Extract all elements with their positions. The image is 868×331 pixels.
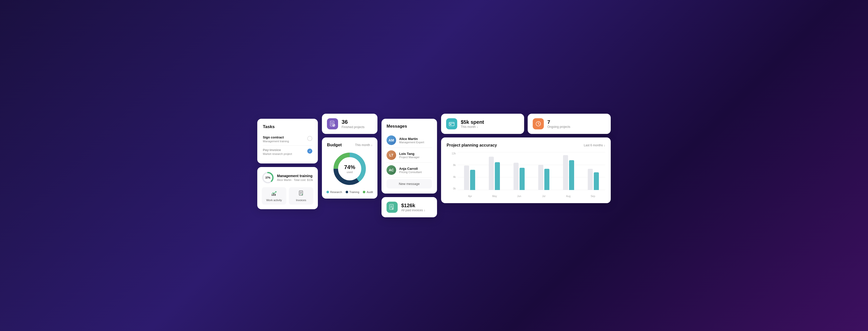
tasks-title: Tasks xyxy=(263,124,312,129)
new-message-button[interactable]: New message xyxy=(386,179,432,188)
message-item-lois: LT Lois Tang Project Manager xyxy=(386,148,432,163)
svg-text:$: $ xyxy=(392,207,393,210)
budget-header: Budget This month ↓ xyxy=(327,143,372,148)
invoices-button[interactable]: $ Invoices xyxy=(289,187,313,205)
mgmt-buttons: Work activity $ Invoices xyxy=(262,187,313,205)
progress-ring: 37% xyxy=(262,172,274,184)
col4: $5k spent This month ↓ 7 Ongoing project… xyxy=(441,114,611,203)
svg-point-15 xyxy=(333,124,335,127)
msg-name-alice: Alice Martin xyxy=(399,137,424,141)
bar-gray-aug xyxy=(563,155,568,190)
messages-title: Messages xyxy=(386,124,432,129)
col1: Tasks Sign contract Management training … xyxy=(257,119,318,209)
x-labels: Apr May Jun Jul Aug Sep xyxy=(458,195,605,198)
stat-label-budget[interactable]: This month ↓ xyxy=(461,125,484,129)
chart-title: Project planning accuracy xyxy=(446,143,497,148)
legend-dot-training xyxy=(346,191,348,193)
invoices-card: $ $126k All paid invoices ↓ xyxy=(381,197,437,217)
bars-container xyxy=(458,152,605,190)
y-label-0k: 0k xyxy=(446,187,456,190)
message-item-alice: AM Alice Martin Management Expert xyxy=(386,133,432,148)
avatar-anja: AC xyxy=(386,165,396,175)
finished-icon xyxy=(327,118,338,129)
dashboard: Tasks Sign contract Management training … xyxy=(257,114,611,217)
message-item-anja: AC Anja Carroll Pricing Consultant xyxy=(386,163,432,178)
stat-icon-teal xyxy=(446,118,457,129)
tasks-card: Tasks Sign contract Management training … xyxy=(257,119,318,163)
x-label-apr: Apr xyxy=(458,195,482,198)
msg-name-lois: Lois Tang xyxy=(399,152,420,156)
svg-text:$: $ xyxy=(302,193,303,195)
invoices-paid-icon: $ xyxy=(386,202,398,213)
task-item-1: Sign contract Management training xyxy=(263,133,312,146)
budget-period[interactable]: This month ↓ xyxy=(355,143,372,147)
finished-number: 36 xyxy=(342,119,365,125)
task-sub-1: Management training xyxy=(263,140,289,143)
svg-rect-3 xyxy=(272,194,273,196)
x-label-may: May xyxy=(482,195,507,198)
msg-name-anja: Anja Carroll xyxy=(399,167,422,171)
chart-area: 12k 8k 4k 0k xyxy=(446,152,605,198)
bar-group-aug xyxy=(557,155,581,190)
legend-dot-research xyxy=(327,191,329,193)
chart-period[interactable]: Last 6 months ↓ xyxy=(584,144,605,147)
invoices-icon: $ xyxy=(291,190,311,198)
management-card: 37% Management training Alice Martin · T… xyxy=(257,167,318,209)
avatar-lois: LT xyxy=(386,150,396,160)
legend-audit: Audit xyxy=(363,190,373,193)
bar-group-may xyxy=(483,157,506,190)
work-activity-icon xyxy=(264,190,284,198)
y-label-8k: 8k xyxy=(446,164,456,167)
budget-card: Budget This month ↓ 74% used xyxy=(322,138,377,199)
task-check-1[interactable] xyxy=(307,136,312,141)
work-activity-label: Work activity xyxy=(264,199,284,202)
bar-group-sep xyxy=(582,169,605,190)
bar-gray-jun xyxy=(514,163,519,190)
bar-group-jul xyxy=(532,165,556,190)
bar-teal-may xyxy=(495,162,500,190)
bar-gray-apr xyxy=(464,166,469,190)
chart-header: Project planning accuracy Last 6 months … xyxy=(446,143,605,148)
y-labels: 12k 8k 4k 0k xyxy=(446,152,456,190)
chart-card: Project planning accuracy Last 6 months … xyxy=(441,138,611,203)
finished-label: Finished projects xyxy=(342,125,365,129)
stat-num-ongoing: 7 xyxy=(547,119,570,125)
legend-label-research: Research xyxy=(330,190,342,193)
mgmt-title: Management training xyxy=(277,174,313,178)
task-name-1: Sign contract xyxy=(263,136,289,139)
x-label-sep: Sep xyxy=(581,195,605,198)
task-check-2[interactable] xyxy=(307,149,312,154)
svg-line-31 xyxy=(538,124,539,124)
task-item-2: Pay invoice Market research project xyxy=(263,146,312,158)
y-label-12k: 12k xyxy=(446,152,456,155)
stats-row: $5k spent This month ↓ 7 Ongoing project… xyxy=(441,114,611,134)
legend-dot-audit xyxy=(363,191,365,193)
stat-num-budget: $5k spent xyxy=(461,119,484,125)
bar-gray-jul xyxy=(538,165,543,190)
donut-percent: 74% xyxy=(344,164,355,171)
col3: Messages AM Alice Martin Management Expe… xyxy=(381,119,437,217)
mgmt-header: 37% Management training Alice Martin · T… xyxy=(262,172,313,184)
task-name-2: Pay invoice xyxy=(263,148,292,152)
legend-research: Research xyxy=(327,190,342,193)
bar-teal-jun xyxy=(520,168,525,190)
stat-card-budget: $5k spent This month ↓ xyxy=(441,114,524,134)
x-label-jun: Jun xyxy=(507,195,531,198)
bar-group-jun xyxy=(507,163,531,190)
bar-teal-aug xyxy=(569,160,574,190)
bar-group-apr xyxy=(458,166,482,190)
x-label-aug: Aug xyxy=(556,195,581,198)
bar-gray-sep xyxy=(588,169,593,190)
legend-label-audit: Audit xyxy=(367,190,373,193)
bar-gray-may xyxy=(489,157,494,190)
svg-rect-5 xyxy=(275,194,276,196)
col2: 36 Finished projects Budget This month ↓ xyxy=(322,114,377,199)
invoices-period[interactable]: All paid invoices ↓ xyxy=(401,208,425,212)
mgmt-sub: Alice Martin · Total cost: $10k xyxy=(277,178,313,181)
donut-used: used xyxy=(344,171,355,174)
y-label-4k: 4k xyxy=(446,176,456,178)
budget-title: Budget xyxy=(327,143,342,148)
donut-label: 74% used xyxy=(344,164,355,174)
invoices-label: Invoices xyxy=(291,199,311,202)
work-activity-button[interactable]: Work activity xyxy=(262,187,286,205)
